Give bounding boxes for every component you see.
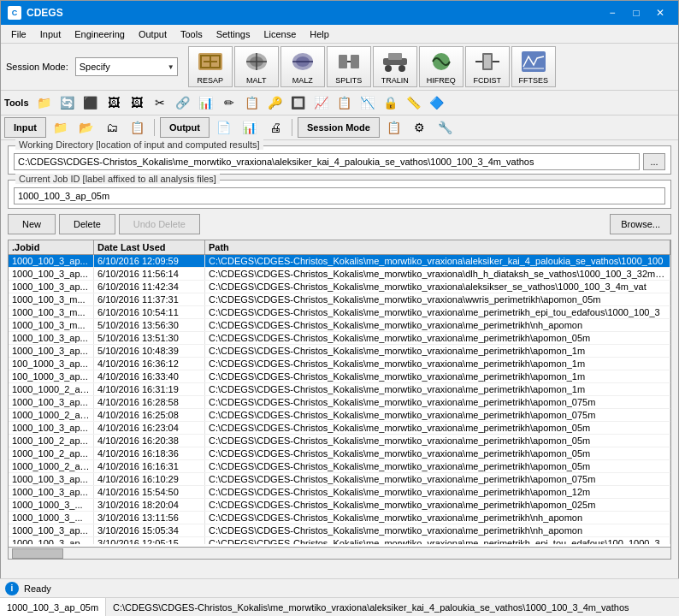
table-row[interactable]: 1000_1000_2_ap...4/10/2016 16:25:08C:\CD… bbox=[9, 409, 670, 422]
maximize-button[interactable]: □ bbox=[625, 4, 647, 21]
output-icon-2[interactable]: 📊 bbox=[239, 117, 261, 138]
cell-path: C:\CDEGS\CDGES-Christos_Kokalis\me_morwt… bbox=[205, 332, 670, 344]
toolbar-btn-splits[interactable]: SPLITS bbox=[327, 46, 371, 87]
close-button[interactable]: ✕ bbox=[649, 4, 671, 21]
col-path[interactable]: Path bbox=[205, 240, 670, 254]
session-mode-icon-3[interactable]: 🔧 bbox=[434, 117, 457, 138]
table-row[interactable]: 100_1000_3_ap...4/10/2016 16:36:12C:\CDE… bbox=[9, 358, 670, 370]
menu-tools[interactable]: Tools bbox=[174, 27, 210, 41]
table-row[interactable]: 1000_1000_2_ap...4/10/2016 16:16:31C:\CD… bbox=[9, 460, 670, 473]
table-row[interactable]: 1000_100_3_ap...4/10/2016 15:54:50C:\CDE… bbox=[9, 486, 670, 499]
cell-jobid: 1000_100_3_ap... bbox=[9, 486, 94, 498]
input-icon-4[interactable]: 📋 bbox=[127, 117, 149, 138]
current-job-input[interactable] bbox=[14, 187, 665, 204]
table-row[interactable]: 1000_100_3_ap...3/10/2016 12:05:15C:\CDE… bbox=[9, 537, 670, 544]
input-label-button[interactable]: Input bbox=[4, 117, 46, 138]
tools-icon-3[interactable]: ⬛ bbox=[80, 92, 102, 113]
table-row[interactable]: 1000_100_3_ap...6/10/2016 12:09:59C:\CDE… bbox=[9, 255, 670, 268]
hifreq-icon bbox=[428, 49, 455, 74]
minimize-button[interactable]: − bbox=[601, 4, 623, 21]
output-label-button[interactable]: Output bbox=[160, 117, 210, 138]
tools-icon-18[interactable]: 🔷 bbox=[426, 92, 448, 113]
tools-icon-5[interactable]: 🖼 bbox=[126, 92, 148, 113]
table-row[interactable]: 1000_100_2_ap...4/10/2016 16:18:36C:\CDE… bbox=[9, 447, 670, 460]
tools-icon-16[interactable]: 🔒 bbox=[380, 92, 402, 113]
table-row[interactable]: 1000_100_3_m...5/10/2016 13:56:30C:\CDEG… bbox=[9, 319, 670, 332]
table-row[interactable]: 1000_100_2_ap...4/10/2016 16:20:38C:\CDE… bbox=[9, 435, 670, 447]
undo-delete-button[interactable]: Undo Delete bbox=[119, 214, 200, 234]
table-row[interactable]: 1000_1000_3_...3/10/2016 18:20:04C:\CDEG… bbox=[9, 499, 670, 512]
table-body[interactable]: 1000_100_3_ap...6/10/2016 12:09:59C:\CDE… bbox=[9, 255, 670, 544]
cell-date: 4/10/2016 16:25:08 bbox=[94, 409, 205, 421]
toolbar-btn-malt[interactable]: MALT bbox=[234, 46, 279, 87]
working-dir-browse-button[interactable]: ... bbox=[643, 153, 665, 170]
table-row[interactable]: 1000_100_3_m...6/10/2016 11:37:31C:\CDEG… bbox=[9, 293, 670, 306]
col-jobid[interactable]: .Jobid bbox=[9, 240, 94, 254]
cell-date: 4/10/2016 16:20:38 bbox=[94, 435, 205, 447]
menu-output[interactable]: Output bbox=[132, 27, 174, 41]
new-button[interactable]: New bbox=[8, 214, 56, 234]
toolbar-btn-fftses[interactable]: FFTSES bbox=[511, 46, 556, 87]
table-row[interactable]: 1000_100_3_ap...6/10/2016 11:42:34C:\CDE… bbox=[9, 281, 670, 293]
horizontal-scrollbar[interactable] bbox=[8, 548, 671, 560]
browse-button[interactable]: Browse... bbox=[610, 214, 671, 234]
tools-toolbar: Tools 📁 🔄 ⬛ 🖼 🖼 ✂ 🔗 📊 ✏ 📋 🔑 🔲 📈 📋 📉 🔒 📏 … bbox=[1, 91, 678, 116]
menu-settings[interactable]: Settings bbox=[210, 27, 257, 41]
table-row[interactable]: 1000_100_3_m...6/10/2016 10:54:11C:\CDEG… bbox=[9, 306, 670, 319]
toolbar-btn-resap[interactable]: RESAP bbox=[188, 46, 233, 87]
tools-icon-13[interactable]: 📈 bbox=[310, 92, 333, 113]
table-row[interactable]: 1000_100_3_ap...6/10/2016 11:56:14C:\CDE… bbox=[9, 268, 670, 281]
cell-date: 3/10/2016 15:05:34 bbox=[94, 524, 205, 536]
tools-icon-1[interactable]: 📁 bbox=[33, 92, 56, 113]
toolbar-btn-tralin[interactable]: TRALIN bbox=[373, 46, 417, 87]
session-mode-select[interactable]: Specify bbox=[75, 57, 178, 76]
output-icon-1[interactable]: 📄 bbox=[213, 117, 235, 138]
tools-icon-17[interactable]: 📏 bbox=[403, 92, 425, 113]
input-icon-1[interactable]: 📁 bbox=[50, 117, 72, 138]
tools-icon-11[interactable]: 🔑 bbox=[264, 92, 286, 113]
menu-license[interactable]: License bbox=[257, 27, 303, 41]
menu-engineering[interactable]: Engineering bbox=[68, 27, 132, 41]
table-row[interactable]: 100_1000_3_ap...4/10/2016 16:33:40C:\CDE… bbox=[9, 370, 670, 383]
toolbar-btn-hifreq[interactable]: HIFREQ bbox=[419, 46, 463, 87]
toolbar-btn-malz[interactable]: MALZ bbox=[280, 46, 325, 87]
table-row[interactable]: 1000_1000_2_ap...4/10/2016 16:31:19C:\CD… bbox=[9, 383, 670, 396]
menu-input[interactable]: Input bbox=[33, 27, 68, 41]
session-mode-icon-2[interactable]: ⚙ bbox=[409, 117, 431, 138]
tools-icon-6[interactable]: ✂ bbox=[149, 92, 171, 113]
job-bar-id: 1000_100_3_ap_05m bbox=[0, 598, 106, 616]
menu-file[interactable]: File bbox=[4, 27, 33, 41]
table-row[interactable]: 1000_100_3_ap...4/10/2016 16:28:58C:\CDE… bbox=[9, 396, 670, 409]
tools-icon-2[interactable]: 🔄 bbox=[56, 92, 79, 113]
h-scroll-thumb[interactable] bbox=[12, 548, 63, 559]
toolbar-btn-fcdist[interactable]: FCDIST bbox=[465, 46, 510, 87]
tools-icon-8[interactable]: 📊 bbox=[195, 92, 217, 113]
table-row[interactable]: 1000_100_3_ap...5/10/2016 10:48:39C:\CDE… bbox=[9, 345, 670, 358]
main-content: Working Directory [location of input and… bbox=[1, 140, 678, 565]
hifreq-label: HIFREQ bbox=[427, 76, 456, 85]
tools-icon-7[interactable]: 🔗 bbox=[172, 92, 194, 113]
input-icon-3[interactable]: 🗂 bbox=[101, 117, 123, 138]
tools-icon-4[interactable]: 🖼 bbox=[103, 92, 125, 113]
input-icon-2[interactable]: 📂 bbox=[75, 117, 97, 138]
tools-icon-15[interactable]: 📉 bbox=[357, 92, 379, 113]
table-row[interactable]: 1000_100_3_ap...3/10/2016 15:05:34C:\CDE… bbox=[9, 524, 670, 537]
app-icon: C bbox=[8, 6, 21, 20]
tools-icon-10[interactable]: 📋 bbox=[241, 92, 263, 113]
tools-icon-14[interactable]: 📋 bbox=[334, 92, 356, 113]
session-mode-label-button[interactable]: Session Mode bbox=[298, 117, 380, 138]
tools-icon-12[interactable]: 🔲 bbox=[287, 92, 310, 113]
working-dir-input[interactable] bbox=[14, 153, 640, 170]
cell-date: 6/10/2016 11:37:31 bbox=[94, 293, 205, 305]
table-row[interactable]: 1000_100_3_ap...4/10/2016 16:23:04C:\CDE… bbox=[9, 422, 670, 435]
session-mode-icon-1[interactable]: 📋 bbox=[383, 117, 405, 138]
table-row[interactable]: 1000_1000_3_...3/10/2016 13:11:56C:\CDEG… bbox=[9, 512, 670, 524]
table-row[interactable]: 1000_100_3_ap...4/10/2016 16:10:29C:\CDE… bbox=[9, 473, 670, 486]
table-row[interactable]: 1000_100_3_ap...5/10/2016 13:51:30C:\CDE… bbox=[9, 332, 670, 345]
cell-date: 4/10/2016 16:16:31 bbox=[94, 460, 205, 472]
menu-help[interactable]: Help bbox=[303, 27, 336, 41]
col-date[interactable]: Date Last Used bbox=[94, 240, 205, 254]
output-icon-3[interactable]: 🖨 bbox=[264, 117, 286, 138]
tools-icon-9[interactable]: ✏ bbox=[218, 92, 240, 113]
delete-button[interactable]: Delete bbox=[59, 214, 115, 234]
